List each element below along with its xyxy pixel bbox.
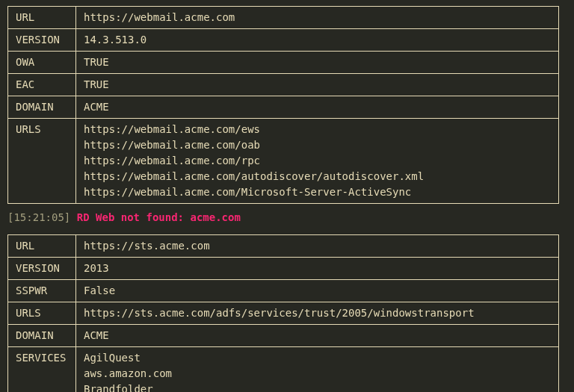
value-line: https://webmail.acme.com/Microsoft-Serve… bbox=[84, 184, 552, 200]
value-line: ACME bbox=[84, 328, 552, 343]
table-row: VERSION14.3.513.0 bbox=[8, 29, 559, 52]
field-key: URL bbox=[8, 7, 76, 29]
field-key: URLS bbox=[8, 119, 76, 204]
value-line: AgilQuest bbox=[84, 350, 552, 366]
field-key: DOMAIN bbox=[8, 96, 76, 119]
table-row: DOMAINACME bbox=[8, 325, 559, 347]
value-line: https://webmail.acme.com/ews bbox=[84, 122, 552, 137]
field-value: https://webmail.acme.com bbox=[76, 7, 559, 29]
field-value: AgilQuestaws.amazon.comBrandfolderUstrea… bbox=[76, 347, 559, 393]
value-line: https://sts.acme.com bbox=[84, 238, 552, 254]
table-row: URLShttps://webmail.acme.com/ewshttps://… bbox=[8, 119, 559, 204]
field-key: DOMAIN bbox=[8, 325, 76, 347]
result-table-webmail: URLhttps://webmail.acme.comVERSION14.3.5… bbox=[7, 6, 559, 204]
table-row: URLhttps://webmail.acme.com bbox=[8, 7, 559, 29]
value-line: ACME bbox=[84, 99, 552, 115]
field-value: https://webmail.acme.com/ewshttps://webm… bbox=[76, 119, 559, 204]
field-value: False bbox=[76, 280, 559, 302]
terminal-output: URLhttps://webmail.acme.comVERSION14.3.5… bbox=[0, 6, 574, 392]
field-key: URLS bbox=[8, 302, 76, 325]
value-line: https://webmail.acme.com bbox=[84, 10, 552, 25]
value-line: https://webmail.acme.com/oab bbox=[84, 137, 552, 153]
field-key: SERVICES bbox=[8, 347, 76, 393]
field-value: TRUE bbox=[76, 74, 559, 96]
value-line: False bbox=[84, 283, 552, 299]
field-value: TRUE bbox=[76, 52, 559, 74]
field-key: SSPWR bbox=[8, 280, 76, 302]
value-line: TRUE bbox=[84, 77, 552, 93]
field-value: https://sts.acme.com/adfs/services/trust… bbox=[76, 302, 559, 325]
field-key: OWA bbox=[8, 52, 76, 74]
table-row: URLShttps://sts.acme.com/adfs/services/t… bbox=[8, 302, 559, 325]
log-line-rdweb: [15:21:05] RD Web not found: acme.com bbox=[0, 207, 574, 228]
field-key: EAC bbox=[8, 74, 76, 96]
result-table-sts: URLhttps://sts.acme.comVERSION2013SSPWRF… bbox=[7, 234, 559, 392]
table-row: VERSION2013 bbox=[8, 258, 559, 280]
value-line: TRUE bbox=[84, 55, 552, 70]
error-message: RD Web not found: acme.com bbox=[77, 211, 241, 223]
table-row: SERVICESAgilQuestaws.amazon.comBrandfold… bbox=[8, 347, 559, 393]
field-value: 14.3.513.0 bbox=[76, 29, 559, 52]
value-line: https://webmail.acme.com/autodiscover/au… bbox=[84, 169, 552, 184]
field-value: ACME bbox=[76, 325, 559, 347]
table-row: URLhttps://sts.acme.com bbox=[8, 235, 559, 258]
value-line: aws.amazon.com bbox=[84, 366, 552, 382]
value-line: 2013 bbox=[84, 261, 552, 276]
field-value: 2013 bbox=[76, 258, 559, 280]
field-key: VERSION bbox=[8, 258, 76, 280]
field-key: VERSION bbox=[8, 29, 76, 52]
value-line: 14.3.513.0 bbox=[84, 32, 552, 48]
value-line: https://webmail.acme.com/rpc bbox=[84, 153, 552, 169]
value-line: Brandfolder bbox=[84, 382, 552, 392]
field-key: URL bbox=[8, 235, 76, 258]
table-row: EACTRUE bbox=[8, 74, 559, 96]
value-line: https://sts.acme.com/adfs/services/trust… bbox=[84, 305, 552, 321]
table-row: SSPWRFalse bbox=[8, 280, 559, 302]
timestamp: [15:21:05] bbox=[7, 211, 70, 223]
table-row: DOMAINACME bbox=[8, 96, 559, 119]
field-value: ACME bbox=[76, 96, 559, 119]
table-row: OWATRUE bbox=[8, 52, 559, 74]
field-value: https://sts.acme.com bbox=[76, 235, 559, 258]
